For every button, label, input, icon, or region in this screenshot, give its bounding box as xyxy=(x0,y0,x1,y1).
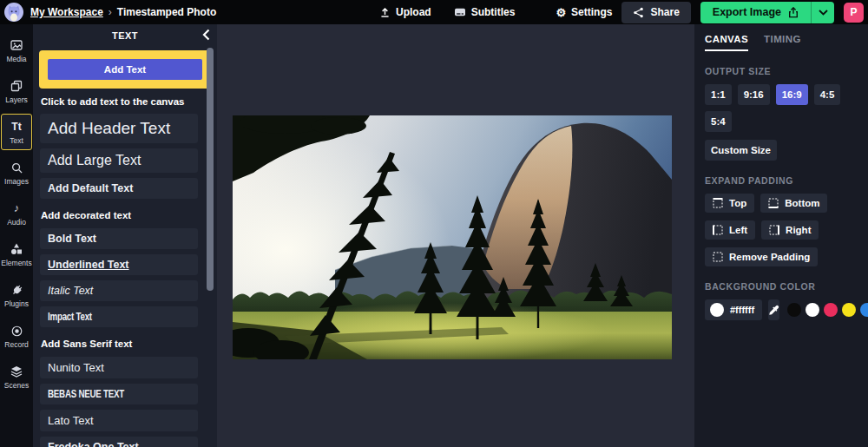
pad-bottom-button[interactable]: Bottom xyxy=(760,194,827,213)
text-panel-scrollbar[interactable] xyxy=(207,48,214,291)
topbar-right-actions: ⚙ Settings Share Export Image xyxy=(556,2,868,23)
ratio-9-16[interactable]: 9:16 xyxy=(738,84,770,105)
breadcrumb-project-title[interactable]: Timestamped Photo xyxy=(117,6,216,18)
tab-timing[interactable]: TIMING xyxy=(764,34,801,51)
sans-serif-section-label: Add Sans Serif text xyxy=(41,339,198,349)
topbar-center-actions: Upload Subtitles xyxy=(379,0,515,24)
pad-left-button[interactable]: Left xyxy=(705,220,755,240)
pad-top-icon xyxy=(713,198,723,208)
ratio-chip-row: 1:1 9:16 16:9 4:5 5:4 xyxy=(705,84,858,132)
swatch-black[interactable] xyxy=(787,303,801,317)
sidebar-item-label: Audio xyxy=(7,218,26,227)
breadcrumb-workspace-link[interactable]: My Workspace xyxy=(30,6,103,18)
settings-button[interactable]: ⚙ Settings xyxy=(556,6,612,18)
canvas-workspace[interactable] xyxy=(217,24,694,447)
scenes-icon xyxy=(10,365,23,378)
text-style-add-default[interactable]: Add Default Text xyxy=(40,178,198,199)
tab-canvas[interactable]: CANVAS xyxy=(705,34,748,51)
text-style-lato[interactable]: Lato Text xyxy=(40,410,198,431)
swatch-white[interactable] xyxy=(806,303,819,317)
export-arrow-icon xyxy=(788,7,799,18)
right-panel: CANVAS TIMING OUTPUT SIZE 1:1 9:16 16:9 … xyxy=(694,24,868,447)
canvas-image[interactable] xyxy=(233,115,672,359)
sidebar-item-label: Text xyxy=(10,136,23,145)
text-style-nunito[interactable]: Nunito Text xyxy=(40,357,198,378)
upload-button[interactable]: Upload xyxy=(379,6,431,18)
share-button[interactable]: Share xyxy=(621,2,690,23)
pad-bottom-icon xyxy=(768,198,779,208)
ratio-5-4[interactable]: 5:4 xyxy=(705,111,732,132)
current-color-button[interactable]: #ffffff xyxy=(705,299,762,320)
eyedropper-button[interactable] xyxy=(768,299,779,320)
expand-padding-label: EXPAND PADDING xyxy=(705,175,858,186)
remove-padding-button[interactable]: Remove Padding xyxy=(705,247,818,266)
ratio-1-1[interactable]: 1:1 xyxy=(705,84,732,105)
share-label: Share xyxy=(650,6,679,18)
add-text-button[interactable]: Add Text xyxy=(48,59,202,80)
breadcrumb-separator: › xyxy=(108,6,112,18)
text-style-underlined[interactable]: Underlined Text xyxy=(40,254,198,275)
subtitles-button[interactable]: Subtitles xyxy=(454,6,516,18)
sidebar-item-label: Layers xyxy=(5,95,28,104)
ratio-16-9[interactable]: 16:9 xyxy=(776,84,808,105)
pad-right-icon xyxy=(769,225,779,235)
text-icon: Tt xyxy=(11,120,21,134)
subtitles-label: Subtitles xyxy=(471,6,516,18)
export-options-caret[interactable] xyxy=(811,2,834,23)
sidebar-item-record[interactable]: Record xyxy=(1,318,32,354)
kapwing-cat-logo[interactable] xyxy=(4,3,23,22)
text-style-italic[interactable]: Italic Text xyxy=(40,280,198,301)
pad-top-button[interactable]: Top xyxy=(705,194,754,213)
text-panel: TEXT Add Text Click to add text to the c… xyxy=(33,24,217,447)
export-group: Export Image xyxy=(700,2,834,23)
sidebar-item-label: Media xyxy=(6,55,26,63)
share-nodes-icon xyxy=(633,7,644,18)
sidebar-item-layers[interactable]: Layers xyxy=(1,73,32,109)
text-style-fredoka[interactable]: Fredoka One Text xyxy=(40,437,198,447)
text-style-impact[interactable]: Impact Text xyxy=(40,306,198,327)
text-style-bebas[interactable]: BEBAS NEUE TEXT xyxy=(40,384,198,404)
swatch-yellow[interactable] xyxy=(842,303,856,317)
user-avatar[interactable]: P xyxy=(844,3,864,23)
color-swatches xyxy=(787,303,868,317)
music-note-icon: ♪ xyxy=(14,201,20,215)
pad-left-icon xyxy=(713,225,723,235)
sidebar-item-images[interactable]: Images xyxy=(1,154,32,191)
record-icon xyxy=(10,324,23,338)
subtitles-icon xyxy=(454,7,466,17)
current-color-dot xyxy=(710,303,724,317)
breadcrumb: My Workspace › Timestamped Photo xyxy=(30,6,216,18)
sidebar-item-elements[interactable]: Elements xyxy=(1,236,32,273)
sidebar-item-audio[interactable]: ♪ Audio xyxy=(1,195,32,232)
sidebar-item-label: Record xyxy=(4,340,28,349)
sidebar-item-label: Scenes xyxy=(4,381,29,390)
top-bar: My Workspace › Timestamped Photo Upload … xyxy=(0,0,868,24)
export-image-button[interactable]: Export Image xyxy=(700,2,811,23)
text-style-bold[interactable]: Bold Text xyxy=(40,228,198,249)
remove-padding-icon xyxy=(713,252,723,262)
eyedropper-icon xyxy=(768,305,779,316)
text-style-add-header[interactable]: Add Header Text xyxy=(40,114,198,143)
gear-icon: ⚙ xyxy=(556,7,566,18)
swatch-blue[interactable] xyxy=(860,303,868,317)
settings-label: Settings xyxy=(571,6,612,18)
ratio-4-5[interactable]: 4:5 xyxy=(814,84,841,105)
upload-icon xyxy=(379,7,391,18)
text-panel-header: TEXT xyxy=(33,24,217,47)
shapes-icon xyxy=(10,242,23,256)
decorated-section-label: Add decorated text xyxy=(41,210,198,220)
sidebar-item-plugins[interactable]: Plugins xyxy=(1,277,32,313)
collapse-panel-button[interactable] xyxy=(202,29,210,41)
custom-size-button[interactable]: Custom Size xyxy=(705,140,777,161)
sidebar-item-media[interactable]: Media xyxy=(1,32,32,69)
sidebar-item-label: Plugins xyxy=(4,299,29,308)
sidebar-item-text[interactable]: Tt Text xyxy=(1,114,32,150)
export-image-label: Export Image xyxy=(713,6,781,18)
left-toolbar: Media Layers Tt Text Images ♪ Audio Elem… xyxy=(0,24,33,447)
text-style-add-large[interactable]: Add Large Text xyxy=(40,148,198,173)
swatch-red[interactable] xyxy=(824,303,838,317)
pad-right-button[interactable]: Right xyxy=(761,220,819,240)
search-icon xyxy=(10,161,23,174)
sidebar-item-scenes[interactable]: Scenes xyxy=(1,358,32,395)
add-text-hint: Click to add text to the canvas xyxy=(41,96,208,107)
